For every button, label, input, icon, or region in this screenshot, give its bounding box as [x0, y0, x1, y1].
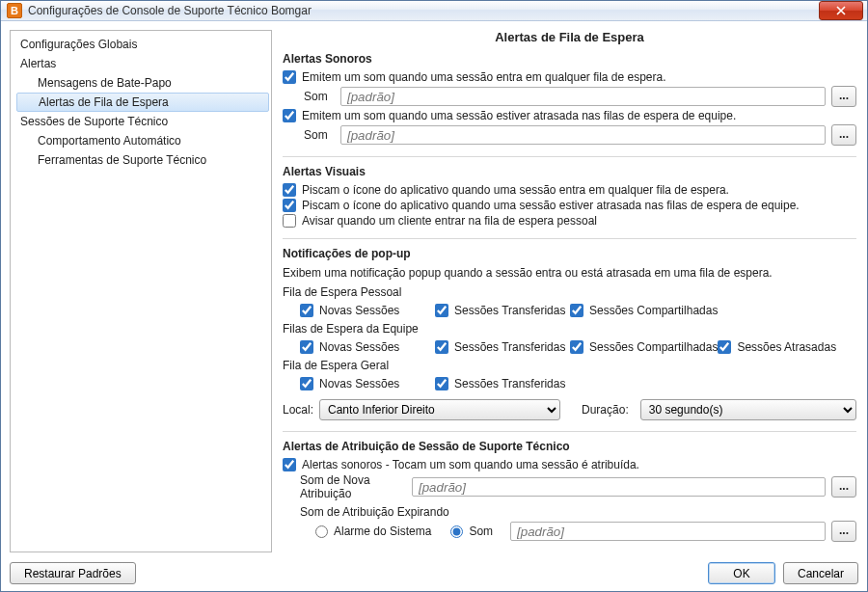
sound1-field[interactable]	[340, 87, 826, 106]
lbl-team-overdue: Sessões Atrasadas	[737, 340, 836, 354]
chk-personal-shared[interactable]	[570, 304, 583, 317]
chk-personal-transferred[interactable]	[435, 304, 448, 317]
sound2-field[interactable]	[340, 125, 826, 145]
cancel-button[interactable]: Cancelar	[783, 562, 858, 584]
close-button[interactable]	[819, 1, 863, 20]
nav-tree[interactable]: Configurações Globais Alertas Mensagens …	[10, 30, 272, 552]
chk-team-overdue[interactable]	[718, 340, 731, 354]
chk-team-new[interactable]	[300, 340, 313, 354]
chk-visual-flash-any-label: Piscam o ícone do aplicativo quando uma …	[302, 183, 729, 197]
nav-item-auto-behavior[interactable]: Comportamento Automático	[16, 131, 269, 150]
sound1-label: Som	[300, 90, 335, 103]
chk-audible-overdue-team-label: Emitem um som quando uma sessão estiver …	[302, 109, 736, 122]
expiring-sound-label: Som de Atribuição Expirando	[300, 505, 449, 519]
chk-audible-overdue-team[interactable]	[283, 109, 296, 122]
sound1-browse-button[interactable]: ...	[831, 86, 856, 107]
popup-title: Notificações de pop-up	[283, 247, 856, 260]
nav-item-queue-alerts[interactable]: Alertas de Fila de Espera	[16, 93, 269, 112]
lbl-personal-transferred: Sessões Transferidas	[454, 304, 565, 317]
separator	[283, 431, 856, 432]
assignment-title: Alertas de Atribuição de Sessão de Supor…	[283, 440, 856, 453]
chk-audible-any-queue[interactable]	[283, 70, 296, 84]
settings-content: Alertas de Fila de Espera Alertas Sonoro…	[281, 30, 858, 552]
section-popup: Notificações de pop-up Exibem uma notifi…	[283, 247, 856, 421]
radio-sound[interactable]	[450, 525, 463, 538]
close-icon	[836, 6, 846, 15]
audible-title: Alertas Sonoros	[283, 52, 856, 66]
popup-desc: Exibem uma notificação popup quando a se…	[283, 264, 856, 283]
lbl-personal-shared: Sessões Compartilhadas	[589, 304, 718, 317]
radio-system-alarm-label: Alarme do Sistema	[334, 525, 431, 538]
chk-visual-flash-any[interactable]	[283, 183, 296, 197]
chk-visual-notify-personal[interactable]	[283, 214, 296, 228]
app-icon: B	[7, 3, 22, 18]
lbl-personal-new: Novas Sessões	[319, 304, 399, 317]
dialog-window: B Configurações de Console de Suporte Té…	[0, 0, 868, 592]
nav-item-sessions[interactable]: Sessões de Suporte Técnico	[16, 112, 269, 131]
title-bar: B Configurações de Console de Suporte Té…	[1, 1, 867, 21]
nav-item-global[interactable]: Configurações Globais	[16, 35, 269, 54]
lbl-general-new: Novas Sessões	[319, 377, 399, 390]
lbl-general-transferred: Sessões Transferidas	[454, 377, 565, 390]
popup-team-title: Filas de Espera da Equipe	[283, 320, 856, 337]
separator	[283, 156, 856, 157]
window-title: Configurações de Console de Suporte Técn…	[28, 4, 819, 17]
ok-button[interactable]: OK	[708, 562, 775, 584]
expiring-browse-button[interactable]: ...	[831, 521, 856, 542]
chk-assignment-audible[interactable]	[283, 458, 296, 471]
chk-visual-flash-overdue-label: Piscam o ícone do aplicativo quando uma …	[302, 199, 800, 212]
chk-team-shared[interactable]	[570, 340, 583, 354]
sound2-label: Som	[300, 128, 335, 142]
dialog-footer: Restaurar Padrões OK Cancelar	[10, 552, 858, 584]
chk-personal-new[interactable]	[300, 304, 313, 317]
page-heading: Alertas de Fila de Espera	[283, 30, 856, 44]
dialog-body: Configurações Globais Alertas Mensagens …	[1, 21, 867, 592]
new-assign-sound-field[interactable]	[412, 477, 826, 497]
content-panes: Configurações Globais Alertas Mensagens …	[10, 30, 858, 552]
section-assignment: Alertas de Atribuição de Sessão de Supor…	[283, 440, 856, 543]
lbl-team-shared: Sessões Compartilhadas	[589, 340, 718, 354]
radio-sound-label: Som	[469, 525, 493, 538]
lbl-team-transferred: Sessões Transferidas	[454, 340, 565, 354]
chk-team-transferred[interactable]	[435, 340, 448, 354]
popup-personal-title: Fila de Espera Pessoal	[283, 283, 856, 301]
chk-general-transferred[interactable]	[435, 377, 448, 390]
duration-combo[interactable]: 30 segundo(s)	[640, 399, 856, 420]
radio-system-alarm[interactable]	[315, 525, 328, 538]
popup-general-title: Fila de Espera Geral	[283, 357, 856, 374]
new-assign-sound-label: Som de Nova Atribuição	[300, 473, 406, 500]
section-visual: Alertas Visuais Piscam o ícone do aplica…	[283, 165, 856, 229]
location-combo[interactable]: Canto Inferior Direito	[319, 399, 560, 420]
section-audible: Alertas Sonoros Emitem um som quando uma…	[283, 52, 856, 147]
chk-visual-flash-overdue[interactable]	[283, 199, 296, 212]
nav-item-chat-messages[interactable]: Mensagens de Bate-Papo	[16, 73, 269, 93]
sound2-browse-button[interactable]: ...	[831, 124, 856, 146]
new-assign-browse-button[interactable]: ...	[831, 476, 856, 498]
visual-title: Alertas Visuais	[283, 165, 856, 178]
restore-defaults-button[interactable]: Restaurar Padrões	[10, 562, 136, 584]
lbl-team-new: Novas Sessões	[319, 340, 399, 354]
chk-assignment-audible-label: Alertas sonoros - Tocam um som quando um…	[302, 458, 639, 471]
location-label: Local:	[283, 403, 313, 417]
duration-label: Duração:	[566, 403, 635, 417]
nav-item-support-tools[interactable]: Ferramentas de Suporte Técnico	[16, 150, 269, 170]
chk-general-new[interactable]	[300, 377, 313, 390]
chk-visual-notify-personal-label: Avisar quando um cliente entrar na fila …	[302, 214, 597, 228]
nav-item-alerts[interactable]: Alertas	[16, 54, 269, 73]
expiring-sound-field[interactable]	[510, 522, 826, 541]
separator	[283, 238, 856, 239]
chk-audible-any-queue-label: Emitem um som quando uma sessão entra em…	[302, 70, 666, 84]
